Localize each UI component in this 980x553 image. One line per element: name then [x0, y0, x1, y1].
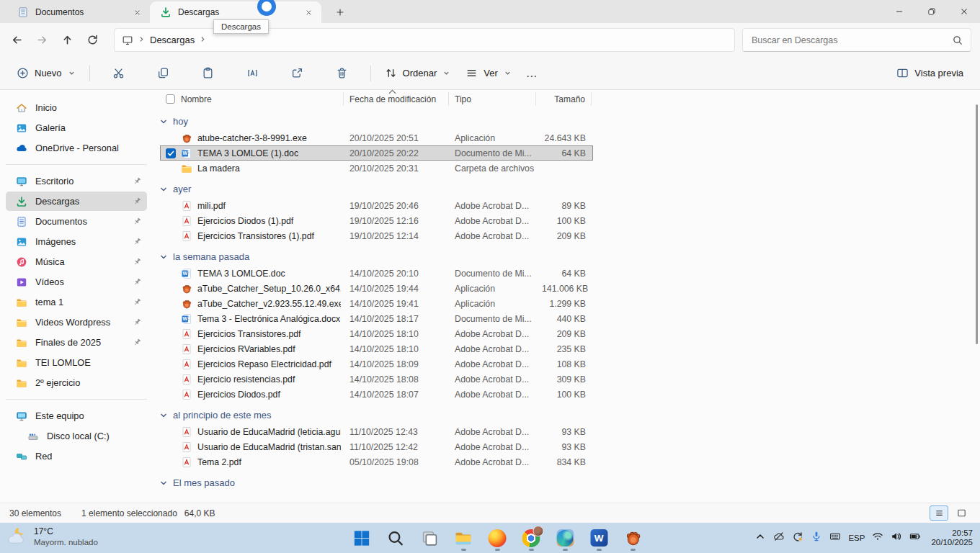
back-button[interactable] [4, 28, 30, 53]
sidebar-item-im-genes[interactable]: Imágenes [6, 232, 147, 251]
file-row-ejercicios-diodos-pdf[interactable]: Ejercicios Diodos.pdf14/10/2025 18:07Ado… [160, 387, 593, 402]
tray-onedrive-paused-button[interactable] [773, 531, 785, 545]
file-row-usuario-de-educamadrid-tristan-sanc[interactable]: Usuario de EducaMadrid (tristan.sanc...1… [160, 439, 593, 454]
copy-button[interactable] [142, 61, 184, 86]
sidebar-item-este-equipo[interactable]: Este equipo [6, 406, 147, 426]
view-button[interactable]: Ver [459, 61, 518, 86]
file-row-ejercicios-rvariables-pdf[interactable]: Ejercicios RVariables.pdf14/10/2025 18:1… [160, 341, 593, 356]
file-row-usuario-de-educamadrid-leticia-aguirr[interactable]: Usuario de EducaMadrid (leticia.aguirr..… [160, 424, 593, 439]
sidebar-item-tei-lomloe[interactable]: TEI LOMLOE [6, 353, 147, 372]
breadcrumb-item[interactable]: Descargas [150, 35, 195, 45]
sidebar-item-descargas[interactable]: Descargas [6, 192, 147, 211]
file-row-ejercicios-diodos-1-pdf[interactable]: Ejercicios Diodos (1).pdf19/10/2025 12:1… [160, 213, 593, 228]
sidebar-item-inicio[interactable]: Inicio [6, 98, 147, 117]
file-date-cell: 14/10/2025 18:10 [344, 344, 449, 354]
scrollbar-thumb[interactable] [976, 104, 978, 344]
file-row-tema-3-lomloe-doc[interactable]: WTEMA 3 LOMLOE.doc14/10/2025 20:10Docume… [160, 266, 593, 281]
sidebar-item-documentos[interactable]: Documentos [6, 212, 147, 231]
sidebar-item-galer-a[interactable]: Galería [6, 118, 147, 138]
share-button[interactable] [276, 61, 318, 86]
group-header-hoy[interactable]: hoy [156, 112, 980, 130]
tray-touch-keyboard-button[interactable] [829, 531, 841, 545]
column-header-date[interactable]: Fecha de modificación [344, 92, 449, 106]
file-row-ejercicios-transistores-pdf[interactable]: Ejercicios Transistores.pdf14/10/2025 18… [160, 326, 593, 341]
file-row-tema-3-electr-nica-anal-gica-docx[interactable]: WTema 3 - Electrónica Analógica.docx14/1… [160, 311, 593, 326]
cut-button[interactable] [97, 61, 140, 86]
search-input[interactable] [750, 35, 952, 46]
sidebar-item-red[interactable]: Red [6, 446, 147, 466]
new-button[interactable]: Nuevo [10, 61, 82, 86]
restore-button[interactable] [915, 0, 948, 23]
sidebar-item-m-sica[interactable]: Música [6, 252, 147, 271]
sidebar-item-escritorio[interactable]: Escritorio [6, 171, 147, 191]
sidebar-item-finales-de-2025[interactable]: Finales de 2025 [6, 333, 147, 352]
file-row-tema-3-lomloe-1-doc[interactable]: WTEMA 3 LOMLOE (1).doc20/10/2025 20:22Do… [160, 145, 593, 161]
more-options-button[interactable]: … [520, 61, 544, 86]
taskbar-atube-catcher-button[interactable] [619, 524, 647, 552]
row-checkbox-checked[interactable] [166, 148, 176, 158]
group-header-el-mes-pasado[interactable]: El mes pasado [156, 474, 980, 492]
tray-sync-pending-button[interactable] [792, 531, 803, 545]
sidebar-item-v-deos[interactable]: Vídeos [6, 272, 147, 292]
tab-close-button[interactable] [302, 6, 316, 19]
file-row-tema-2-pdf[interactable]: Tema 2.pdf05/10/2025 19:08Adobe Acrobat … [160, 454, 593, 469]
breadcrumb[interactable]: Descargas [114, 28, 735, 52]
group-header-al-principio-de-este-mes[interactable]: al principio de este mes [156, 406, 980, 424]
file-row-mili-pdf[interactable]: mili.pdf19/10/2025 20:46Adobe Acrobat D.… [160, 198, 593, 213]
file-row-atube-catcher-3-8-9991-exe[interactable]: atube-catcher-3-8-9991.exe20/10/2025 20:… [160, 130, 593, 145]
refresh-button[interactable] [80, 28, 105, 53]
group-header-ayer[interactable]: ayer [156, 180, 980, 198]
clock[interactable]: 20:5720/10/2025 [931, 529, 973, 548]
language-indicator[interactable]: ESP [848, 534, 865, 542]
search-box[interactable] [742, 28, 971, 52]
taskbar-start-button[interactable] [348, 524, 376, 552]
tray-wifi-button[interactable] [872, 531, 883, 545]
sort-button[interactable]: Ordenar [378, 61, 458, 86]
taskbar-chrome-button[interactable] [517, 524, 545, 552]
preview-toggle-button[interactable]: Vista previa [890, 61, 970, 86]
tray-hidden-icons-chevron-button[interactable] [754, 531, 766, 545]
tray-microphone-button[interactable] [811, 531, 822, 545]
tray-battery-button[interactable] [909, 531, 921, 545]
select-all-checkbox[interactable] [166, 94, 175, 104]
sidebar-item-onedrive-personal[interactable]: OneDrive - Personal [6, 138, 147, 158]
file-row-ejercicio-resistencias-pdf[interactable]: Ejercicio resistencias.pdf14/10/2025 18:… [160, 372, 593, 387]
taskbar-edge-button[interactable] [551, 524, 579, 552]
weather-widget[interactable]: 17°C Mayorm. nublado [6, 526, 98, 548]
forward-button[interactable] [30, 28, 55, 53]
column-header-size[interactable]: Tamaño [536, 92, 592, 106]
taskbar-word-button[interactable]: W [585, 524, 613, 552]
search-icon[interactable] [952, 35, 963, 46]
taskbar-search-button[interactable] [382, 524, 410, 552]
file-row-atube-catcher-v2-923-55-12-49-exe[interactable]: aTube_Catcher_v2.923.55.12.49.exe14/10/2… [160, 296, 593, 311]
sidebar-item-videos-wordpress[interactable]: Videos Wordpress [6, 313, 147, 332]
large-icons-view-button[interactable] [952, 505, 971, 521]
taskbar-firefox-button[interactable] [484, 524, 512, 552]
tab-close-button[interactable] [130, 6, 144, 19]
file-row-la-madera[interactable]: La madera20/10/2025 20:31Carpeta de arch… [160, 161, 593, 176]
sidebar-item-disco-local-c[interactable]: Disco local (C:) [6, 426, 147, 446]
up-button[interactable] [55, 28, 80, 53]
new-tab-button[interactable] [329, 1, 352, 23]
file-row-ejercicios-transistores-1-pdf[interactable]: Ejercicios Transistores (1).pdf19/10/202… [160, 228, 593, 243]
taskbar-file-explorer-button[interactable] [450, 524, 478, 552]
sidebar-item-label: Descargas [35, 196, 125, 207]
chevron-right-icon[interactable] [198, 35, 208, 46]
group-header-la-semana-pasada[interactable]: la semana pasada [156, 248, 980, 266]
file-row-atube-catcher-setup-10-26-0-x64-exe[interactable]: aTube_Catcher_Setup_10.26.0_x64.exe14/10… [160, 281, 593, 296]
tray-volume-button[interactable] [891, 531, 902, 545]
tab-documentos[interactable]: Documentos [7, 1, 150, 23]
minimize-button[interactable] [883, 0, 915, 23]
sidebar-item-tema-1[interactable]: tema 1 [6, 292, 147, 312]
rename-button[interactable] [231, 61, 274, 86]
close-button[interactable] [948, 0, 980, 23]
sidebar-item-2-ejercicio[interactable]: 2º ejercicio [6, 373, 147, 392]
file-row-ejercicios-repaso-electricidad-pdf[interactable]: Ejercicios Repaso Electricidad.pdf14/10/… [160, 356, 593, 372]
paste-button[interactable] [187, 61, 229, 86]
delete-button[interactable] [321, 61, 363, 86]
details-view-button[interactable] [930, 505, 948, 521]
column-header-name[interactable]: Nombre [160, 92, 344, 106]
file-name-cell: Usuario de EducaMadrid (tristan.sanc... [160, 441, 344, 453]
column-header-type[interactable]: Tipo [449, 92, 536, 106]
taskbar-task-view-button[interactable] [416, 524, 444, 552]
